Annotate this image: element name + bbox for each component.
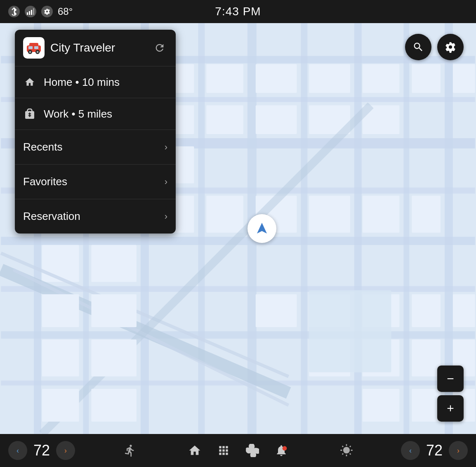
svg-rect-81 <box>34 46 38 49</box>
recents-chevron: › <box>165 142 167 153</box>
svg-rect-36 <box>363 64 400 93</box>
svg-rect-32 <box>256 64 297 93</box>
svg-rect-59 <box>91 389 137 422</box>
zoom-controls: − + <box>437 366 464 422</box>
home-bottom-button[interactable] <box>184 440 205 461</box>
svg-rect-70 <box>412 389 441 422</box>
work-nav-label: Work • 5 miles <box>44 108 112 120</box>
svg-rect-1 <box>29 11 30 15</box>
svg-rect-63 <box>412 294 441 327</box>
signal-icon <box>25 6 36 17</box>
svg-rect-0 <box>27 12 28 15</box>
zoom-out-icon: − <box>447 372 454 386</box>
bluetooth-icon <box>8 6 20 17</box>
svg-point-79 <box>37 51 39 53</box>
svg-rect-80 <box>28 46 33 49</box>
reservation-label: Reservation <box>23 210 80 223</box>
svg-rect-31 <box>206 105 243 134</box>
svg-rect-56 <box>42 340 79 377</box>
svg-rect-18 <box>301 23 307 434</box>
favorites-label: Favorites <box>23 175 67 188</box>
svg-rect-20 <box>403 23 409 434</box>
temperature-display: 68° <box>58 6 73 17</box>
svg-rect-2 <box>31 10 32 15</box>
zoom-out-button[interactable]: − <box>437 366 464 392</box>
home-nav-label: Home • 10 mins <box>44 76 120 89</box>
svg-rect-57 <box>91 340 137 377</box>
right-heat-icon[interactable] <box>336 440 357 461</box>
recents-menu-item[interactable]: Recents › <box>15 130 176 165</box>
svg-point-77 <box>29 51 31 53</box>
recents-label: Recents <box>23 141 62 153</box>
work-icon <box>23 107 36 120</box>
zoom-in-button[interactable]: + <box>437 395 464 422</box>
notification-button[interactable] <box>271 440 292 461</box>
status-bar: 68° 7:43 PM <box>0 0 476 23</box>
fan-button[interactable] <box>242 440 263 461</box>
favorites-chevron: › <box>165 177 167 187</box>
svg-rect-34 <box>309 64 350 93</box>
home-nav-item[interactable]: Home • 10 mins <box>15 66 176 98</box>
svg-rect-41 <box>42 245 79 282</box>
nav-header-left: City Traveler <box>23 37 115 59</box>
svg-rect-39 <box>453 64 475 93</box>
refresh-button[interactable] <box>152 40 167 56</box>
status-bar-time: 7:43 PM <box>215 5 261 18</box>
right-temp-decrease-button[interactable]: ‹ <box>401 441 420 460</box>
svg-rect-69 <box>363 389 400 422</box>
svg-rect-60 <box>256 294 297 327</box>
app-icon <box>23 37 45 59</box>
svg-rect-45 <box>206 196 243 233</box>
svg-rect-64 <box>453 294 475 327</box>
svg-rect-72 <box>309 290 391 372</box>
apps-grid-button[interactable] <box>213 440 234 461</box>
svg-rect-58 <box>42 389 79 422</box>
reservation-menu-item[interactable]: Reservation › <box>15 199 176 234</box>
left-temperature-display: 72 <box>31 442 52 459</box>
settings-button[interactable] <box>437 34 464 60</box>
svg-rect-49 <box>412 196 441 233</box>
navigation-arrow <box>247 214 276 243</box>
home-icon <box>23 75 36 89</box>
reservation-chevron: › <box>165 211 167 222</box>
zoom-in-icon: + <box>447 401 454 415</box>
status-bar-left: 68° <box>8 6 73 17</box>
svg-rect-38 <box>412 64 441 93</box>
svg-marker-73 <box>257 223 267 234</box>
svg-rect-30 <box>206 64 243 93</box>
svg-rect-54 <box>42 294 79 327</box>
svg-rect-67 <box>412 340 441 377</box>
svg-point-83 <box>283 446 287 450</box>
left-temp-increase-button[interactable]: › <box>56 441 75 460</box>
settings-status-icon <box>41 6 53 17</box>
favorites-menu-item[interactable]: Favorites › <box>15 165 176 199</box>
svg-rect-43 <box>91 245 137 282</box>
right-temp-increase-button[interactable]: › <box>449 441 468 460</box>
svg-rect-3 <box>33 8 34 15</box>
svg-rect-55 <box>91 294 137 327</box>
bottom-center-icons <box>184 440 292 461</box>
app-title: City Traveler <box>50 41 115 54</box>
left-temp-decrease-button[interactable]: ‹ <box>8 441 27 460</box>
left-temp-control: ‹ 72 › <box>8 441 75 460</box>
left-heat-icon[interactable] <box>120 440 140 461</box>
top-right-buttons <box>405 34 464 60</box>
right-temperature-display: 72 <box>424 442 445 459</box>
svg-rect-47 <box>309 196 350 233</box>
bottom-bar: ‹ 72 › <box>0 434 476 467</box>
nav-header: City Traveler <box>15 30 176 66</box>
search-button[interactable] <box>405 34 431 60</box>
navigation-panel: City Traveler Home • 10 mins Work • 5 mi… <box>15 30 176 234</box>
work-nav-item[interactable]: Work • 5 miles <box>15 98 176 130</box>
svg-point-82 <box>251 449 253 451</box>
svg-rect-33 <box>256 105 297 134</box>
right-temp-control: ‹ 72 › <box>401 441 468 460</box>
svg-rect-16 <box>198 23 205 434</box>
svg-rect-48 <box>363 196 400 233</box>
